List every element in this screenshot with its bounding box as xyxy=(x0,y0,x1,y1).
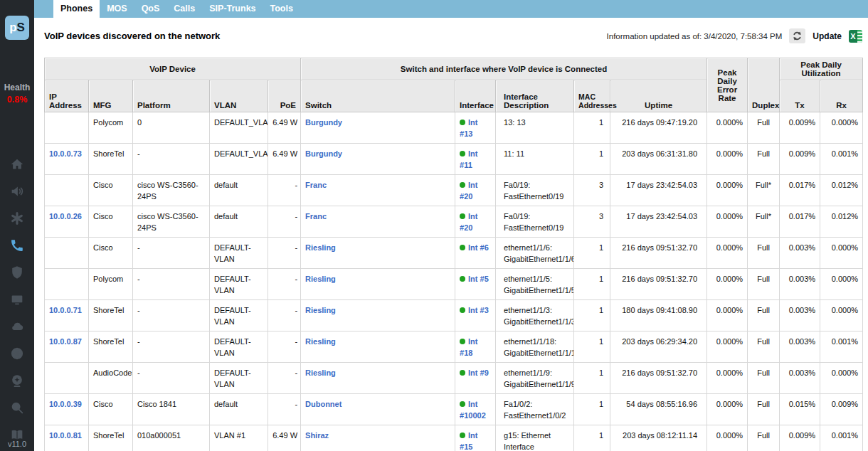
up-status-icon xyxy=(460,151,465,156)
ip-link[interactable]: 10.0.0.39 xyxy=(49,400,82,408)
predictor-orb-icon[interactable] xyxy=(9,373,25,388)
cell-mfg: Cisco xyxy=(89,206,133,238)
app-logo[interactable]: pS xyxy=(5,16,29,40)
cell-platform: - xyxy=(133,238,210,269)
cell-err: 0.000% xyxy=(707,394,748,425)
cell-mac: 1 xyxy=(574,238,610,269)
cell-mfg: ShoreTel xyxy=(89,425,133,451)
cell-poe: - xyxy=(268,300,301,331)
switch-link[interactable]: Riesling xyxy=(305,243,336,252)
shield-icon[interactable] xyxy=(9,265,25,280)
cell-rx: 0.001% xyxy=(820,425,863,451)
switch-link[interactable]: Riesling xyxy=(305,368,336,377)
cell-err: 0.000% xyxy=(707,300,748,331)
cell-err: 0.000% xyxy=(707,144,748,175)
voice-quality-icon[interactable] xyxy=(9,184,25,199)
search-icon[interactable] xyxy=(9,400,25,415)
cell-duplex: Full xyxy=(748,112,780,144)
cell-err: 0.000% xyxy=(707,206,748,238)
col-header-vlan[interactable]: VLAN xyxy=(210,80,268,112)
iface-link[interactable]: Int #9 xyxy=(468,368,489,377)
voip-devices-table: VoIP Device Switch and interface where V… xyxy=(44,58,863,451)
ip-link[interactable]: 10.0.0.73 xyxy=(49,149,82,158)
switch-link[interactable]: Dubonnet xyxy=(305,400,342,408)
iface-link[interactable]: Int #6 xyxy=(468,243,489,252)
tab-calls[interactable]: Calls xyxy=(166,0,202,18)
col-header-mfg[interactable]: MFG xyxy=(89,80,133,112)
cell-tx: 0.015% xyxy=(780,394,820,425)
tab-sip-trunks[interactable]: SIP-Trunks xyxy=(202,0,263,18)
iface-link[interactable]: Int #5 xyxy=(468,275,489,283)
switch-link[interactable]: Riesling xyxy=(305,275,336,283)
export-excel-icon[interactable]: X xyxy=(849,30,862,43)
ip-link[interactable]: 10.0.0.71 xyxy=(49,306,82,314)
health-indicator[interactable]: Health 0.8% xyxy=(0,83,34,105)
cell-mfg: ShoreTel xyxy=(89,331,133,363)
cell-ip xyxy=(45,363,89,394)
monitor-icon[interactable] xyxy=(9,292,25,307)
table-row: 10.0.0.73ShoreTel-DEFAULT_VLAN6.49 WBurg… xyxy=(45,144,863,175)
refresh-button[interactable] xyxy=(789,28,805,43)
switch-link[interactable]: Burgundy xyxy=(305,118,342,127)
cell-switch: Burgundy xyxy=(301,112,455,144)
cell-uptime: 216 days 09:51:32.70 xyxy=(610,238,707,269)
tab-tools[interactable]: Tools xyxy=(263,0,300,18)
cell-vlan: DEFAULT-VLAN xyxy=(210,331,268,363)
ip-link[interactable]: 10.0.0.87 xyxy=(49,337,82,346)
col-header-ip[interactable]: IP Address xyxy=(45,80,89,112)
switch-link[interactable]: Riesling xyxy=(305,306,336,314)
sidebar-icon-nav xyxy=(0,156,34,442)
col-header-mac-addresses[interactable]: MAC Addresses xyxy=(574,80,610,112)
cell-iface: Int #6 xyxy=(455,238,496,269)
col-header-uptime[interactable]: Uptime xyxy=(610,80,707,112)
col-header-rx[interactable]: Rx xyxy=(820,80,863,112)
excel-x-glyph: X xyxy=(849,30,857,43)
ip-link[interactable]: 10.0.0.26 xyxy=(49,212,82,221)
up-status-icon xyxy=(460,120,465,125)
col-header-switch[interactable]: Switch xyxy=(301,80,455,112)
phones-icon[interactable] xyxy=(9,238,25,253)
cell-switch: Burgundy xyxy=(301,144,455,175)
cell-tx: 0.003% xyxy=(780,363,820,394)
cell-mfg: Cisco xyxy=(89,238,133,269)
tab-mos[interactable]: MOS xyxy=(100,0,134,18)
col-header-peak-daily-error-rate[interactable]: Peak Daily Error Rate xyxy=(707,58,748,112)
cell-desc: 13: 13 xyxy=(496,112,574,144)
cell-duplex: Full xyxy=(748,269,780,300)
cell-tx: 0.017% xyxy=(780,206,820,238)
cell-platform: 010a000051 xyxy=(133,425,210,451)
col-header-interface-description[interactable]: Interface Description xyxy=(496,80,574,112)
switch-link[interactable]: Riesling xyxy=(305,337,336,346)
cell-ip: 10.0.0.81 xyxy=(45,425,89,451)
col-header-platform[interactable]: Platform xyxy=(133,80,210,112)
up-status-icon xyxy=(460,213,465,219)
switch-link[interactable]: Franc xyxy=(305,212,327,221)
table-header: VoIP Device Switch and interface where V… xyxy=(45,58,863,112)
col-header-poe[interactable]: PoE xyxy=(268,80,301,112)
asterisk-icon[interactable] xyxy=(9,211,25,226)
cell-iface: Int #9 xyxy=(455,363,496,394)
globe-icon[interactable] xyxy=(9,346,25,361)
switch-link[interactable]: Burgundy xyxy=(305,149,342,158)
cell-duplex: Full* xyxy=(748,175,780,206)
cell-duplex: Full xyxy=(748,363,780,394)
iface-link[interactable]: Int #3 xyxy=(468,306,489,314)
home-icon[interactable] xyxy=(9,156,25,172)
tab-qos[interactable]: QoS xyxy=(134,0,167,18)
group-header-switch-connection: Switch and interface where VoIP device i… xyxy=(301,58,707,80)
switch-link[interactable]: Franc xyxy=(305,181,327,189)
cell-iface: Int #20 xyxy=(455,206,496,238)
update-button[interactable]: Update xyxy=(813,31,842,41)
col-header-interface[interactable]: Interface xyxy=(455,80,496,112)
ip-link[interactable]: 10.0.0.81 xyxy=(49,431,82,440)
cell-duplex: Full xyxy=(748,300,780,331)
cell-iface: Int #3 xyxy=(455,300,496,331)
col-header-tx[interactable]: Tx xyxy=(780,80,820,112)
col-header-duplex[interactable]: Duplex xyxy=(748,58,780,112)
tab-phones[interactable]: Phones xyxy=(53,0,100,18)
switch-link[interactable]: Shiraz xyxy=(305,431,329,440)
cell-switch: Franc xyxy=(301,206,455,238)
cell-mac: 1 xyxy=(574,394,610,425)
cloud-icon[interactable] xyxy=(9,319,25,334)
cell-rx: 0.012% xyxy=(820,175,863,206)
